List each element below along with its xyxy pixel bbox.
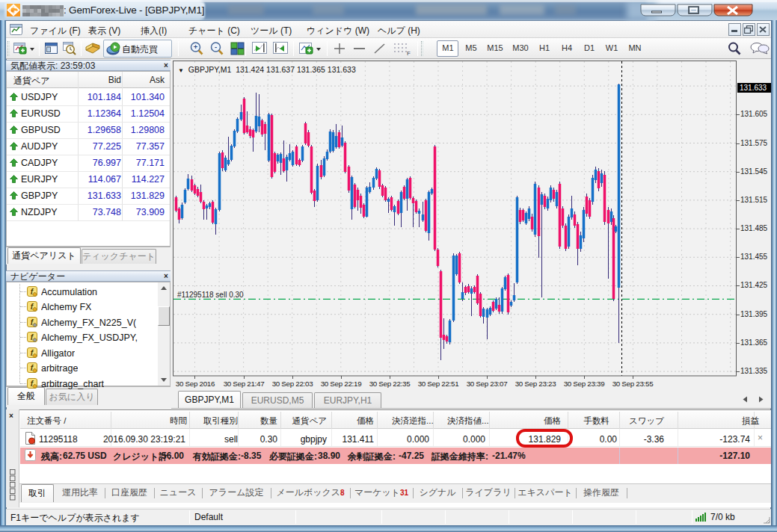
svg-text:F: F — [407, 50, 411, 56]
svg-text:-: - — [215, 43, 217, 51]
svg-text:+: + — [194, 43, 198, 51]
